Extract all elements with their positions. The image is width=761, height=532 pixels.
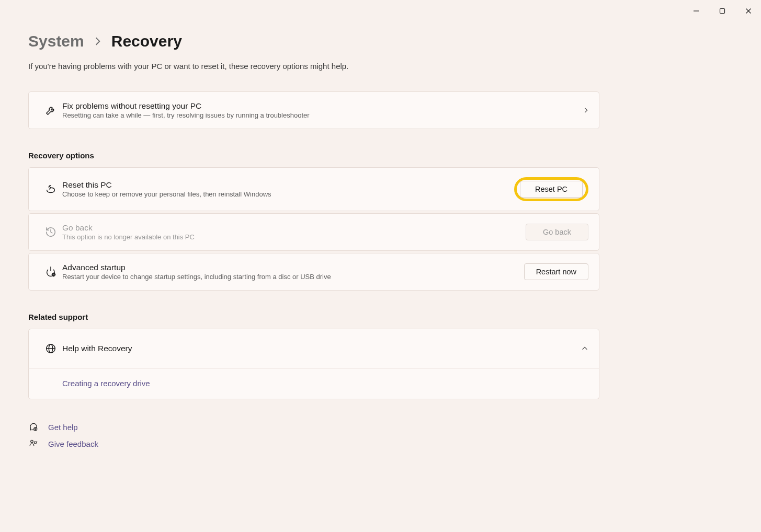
globe-icon — [39, 343, 62, 354]
history-icon — [39, 226, 62, 238]
reset-icon — [39, 183, 62, 195]
chevron-up-icon — [581, 346, 588, 351]
give-feedback-label: Give feedback — [48, 440, 98, 448]
intro-text: If you're having problems with your PC o… — [28, 62, 599, 71]
go-back-subtitle: This option is no longer available on th… — [62, 233, 526, 241]
power-gear-icon — [39, 266, 62, 277]
restart-now-button[interactable]: Restart now — [524, 263, 588, 280]
get-help-label: Get help — [48, 423, 78, 432]
go-back-title: Go back — [62, 223, 526, 233]
svg-point-14 — [35, 430, 36, 430]
help-recovery-card[interactable]: Help with Recovery — [28, 329, 599, 368]
related-support-header: Related support — [28, 313, 599, 321]
recovery-options-header: Recovery options — [28, 151, 599, 160]
reset-pc-button[interactable]: Reset PC — [520, 181, 583, 198]
advanced-startup-card: Advanced startup Restart your device to … — [28, 253, 599, 291]
svg-point-15 — [31, 440, 33, 443]
recovery-drive-link[interactable]: Creating a recovery drive — [62, 379, 150, 388]
svg-rect-1 — [720, 9, 725, 14]
help-recovery-expanded: Creating a recovery drive — [28, 368, 599, 399]
page-title: Recovery — [111, 32, 182, 50]
go-back-button: Go back — [526, 224, 588, 240]
maximize-button[interactable] — [711, 3, 734, 19]
breadcrumb-parent[interactable]: System — [28, 32, 84, 50]
advanced-startup-title: Advanced startup — [62, 263, 524, 272]
feedback-icon — [28, 439, 39, 448]
go-back-card: Go back This option is no longer availab… — [28, 213, 599, 251]
close-button[interactable] — [737, 3, 760, 19]
fix-problems-subtitle: Resetting can take a while — first, try … — [62, 111, 583, 119]
reset-pc-card: Reset this PC Choose to keep or remove y… — [28, 167, 599, 211]
get-help-link[interactable]: Get help — [28, 422, 599, 432]
reset-pc-subtitle: Choose to keep or remove your personal f… — [62, 190, 514, 198]
window-controls — [684, 0, 761, 22]
advanced-startup-subtitle: Restart your device to change startup se… — [62, 273, 524, 281]
help-chat-icon — [28, 422, 39, 432]
give-feedback-link[interactable]: Give feedback — [28, 439, 599, 448]
chevron-right-icon — [95, 37, 101, 46]
wrench-icon — [39, 105, 62, 116]
fix-problems-title: Fix problems without resetting your PC — [62, 101, 583, 111]
chevron-right-icon — [583, 107, 588, 114]
help-recovery-title: Help with Recovery — [62, 344, 581, 353]
reset-pc-title: Reset this PC — [62, 180, 514, 190]
minimize-button[interactable] — [685, 3, 708, 19]
fix-problems-card[interactable]: Fix problems without resetting your PC R… — [28, 91, 599, 129]
highlight-annotation: Reset PC — [514, 177, 588, 201]
breadcrumb: System Recovery — [28, 32, 599, 50]
